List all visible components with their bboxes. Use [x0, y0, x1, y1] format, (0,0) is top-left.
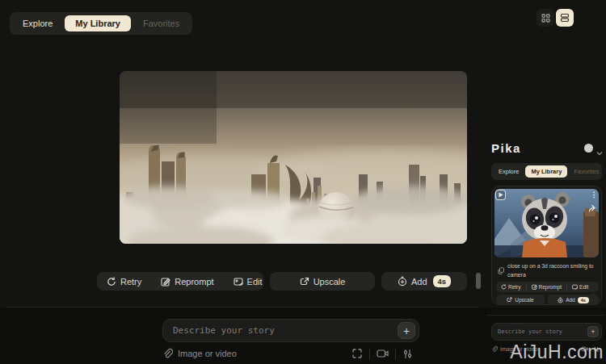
retry-label: Retry: [508, 284, 521, 290]
panel-edit-button[interactable]: Edit: [567, 282, 593, 292]
panel-add-prompt-button[interactable]: +: [587, 326, 599, 337]
add-label: Add: [566, 297, 575, 303]
prompt-bar: +: [162, 319, 419, 342]
panel-edit-actions-group: Retry Reprompt Edit: [496, 282, 599, 292]
attachment-row: Image or video: [162, 346, 419, 361]
paperclip-icon[interactable]: [491, 345, 498, 353]
panel-retry-button[interactable]: Retry: [496, 282, 526, 292]
image-edit-icon: [234, 277, 243, 287]
grid-view-icon: [541, 14, 550, 23]
attachment-label[interactable]: Image or video: [178, 349, 237, 358]
chevron-down-icon[interactable]: [596, 144, 603, 159]
retry-button[interactable]: Retry: [97, 272, 151, 291]
video-actions: Retry Reprompt: [97, 272, 467, 291]
reprompt-icon: [161, 277, 170, 287]
video-caption: close up on a 3d raccoon smiling to came…: [507, 262, 597, 279]
add-duration-button[interactable]: Add 4s: [381, 272, 467, 291]
copy-icon[interactable]: [498, 263, 504, 279]
sliders-icon[interactable]: [402, 349, 413, 359]
reprompt-button[interactable]: Reprompt: [151, 272, 223, 291]
card-view-icon: [560, 13, 570, 23]
edit-label: Edit: [579, 284, 588, 290]
separator: [369, 349, 370, 359]
more-options-icon[interactable]: ⋮: [590, 189, 598, 199]
panel-tab-favorites[interactable]: Favorites: [568, 165, 604, 178]
section-divider: [6, 307, 478, 308]
panel-reprompt-button[interactable]: Reprompt: [527, 282, 567, 292]
edit-label: Edit: [247, 277, 263, 287]
reprompt-icon: [532, 284, 537, 290]
share-icon[interactable]: [587, 203, 598, 213]
upscale-icon: [507, 297, 512, 303]
video-thumbnail-cloud-city[interactable]: [120, 71, 467, 244]
add-time-icon: [558, 297, 563, 303]
panel-tab-explore[interactable]: Explore: [493, 165, 524, 178]
panel-prompt-bar: +: [491, 323, 602, 341]
camera-icon[interactable]: [377, 349, 389, 358]
retry-icon: [107, 277, 116, 287]
grid-view-button[interactable]: [537, 9, 554, 27]
retry-label: Retry: [120, 277, 141, 287]
add-label: Add: [411, 277, 427, 287]
reprompt-label: Reprompt: [175, 277, 213, 287]
caption-row: close up on a 3d raccoon smiling to came…: [498, 262, 597, 279]
panel-add-duration-button[interactable]: Add 4s: [548, 295, 599, 305]
edit-actions-group: Retry Reprompt: [97, 272, 263, 291]
image-edit-icon: [572, 284, 578, 290]
upscale-icon: [300, 277, 309, 287]
raccoon-video-thumbnail[interactable]: [494, 189, 599, 257]
upscale-label: Upscale: [515, 297, 533, 303]
separator: [395, 349, 396, 359]
panel-library-tabs: Explore My Library Favorites: [491, 163, 602, 180]
panel-upscale-button[interactable]: Upscale: [496, 295, 545, 305]
edit-button[interactable]: Edit: [224, 272, 272, 291]
duration-badge: 4s: [433, 275, 452, 287]
pika-preview-panel: Pika Explore My Library Favorites: [485, 133, 606, 364]
tab-favorites[interactable]: Favorites: [133, 15, 190, 31]
add-prompt-button[interactable]: +: [398, 322, 415, 339]
pika-logo: Pika: [491, 141, 521, 155]
panel-actions-row2: Upscale Add 4s: [496, 295, 599, 305]
play-icon[interactable]: [495, 190, 506, 200]
card-view-button[interactable]: [556, 9, 574, 27]
pika-app: Explore My Library Favorites: [0, 0, 606, 364]
story-input[interactable]: [173, 325, 398, 336]
video-card: ⋮ close up on a 3d raccoon smiling to ca…: [491, 186, 602, 305]
watermark: AiJuH.com: [510, 341, 604, 363]
aspect-ratio-icon[interactable]: [351, 348, 363, 359]
upscale-label: Upscale: [314, 277, 346, 287]
library-tabs: Explore My Library Favorites: [10, 12, 192, 35]
avatar[interactable]: [584, 144, 593, 153]
tab-explore[interactable]: Explore: [12, 15, 63, 31]
paperclip-icon[interactable]: [162, 348, 173, 359]
tab-my-library[interactable]: My Library: [65, 15, 131, 31]
view-toggle: [537, 9, 574, 27]
duration-badge: 4s: [578, 297, 589, 303]
panel-divider: [486, 315, 604, 316]
add-time-icon: [398, 276, 407, 287]
panel-story-input[interactable]: [498, 328, 587, 335]
panel-tab-my-library[interactable]: My Library: [525, 165, 567, 178]
scrollbar-thumb[interactable]: [476, 273, 481, 289]
reprompt-label: Reprompt: [539, 284, 562, 290]
upscale-button[interactable]: Upscale: [270, 272, 375, 291]
retry-icon: [501, 284, 507, 290]
